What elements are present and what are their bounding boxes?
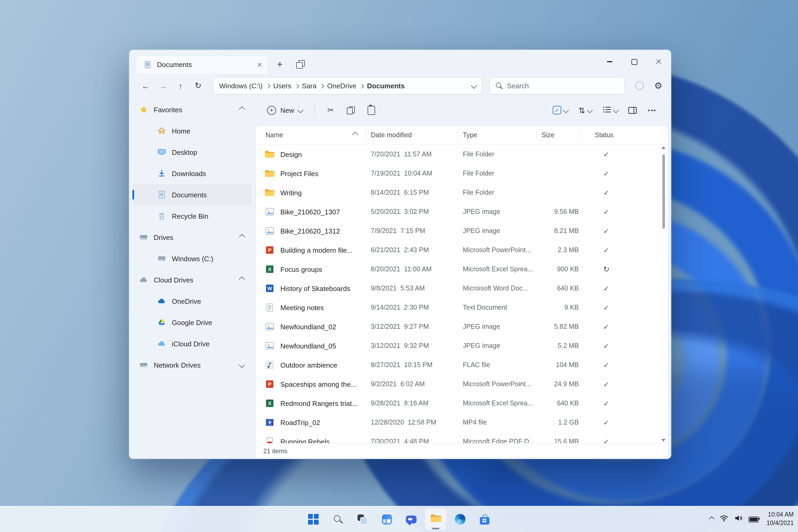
file-row-meeting-notes[interactable]: Meeting notes9/14/2021 2:30 PMText Docum… — [256, 298, 668, 317]
file-status: ✓ — [579, 399, 661, 407]
breadcrumb-item-onedrive[interactable]: OneDrive — [327, 82, 357, 90]
file-row-roadtrip-02[interactable]: RoadTrip_0212/28/2020 12:58 PMMP4 file1.… — [256, 413, 668, 432]
chevron-down-icon[interactable] — [239, 362, 244, 367]
taskbar-search-button[interactable] — [327, 509, 348, 530]
file-row-history-of-skateboards[interactable]: WHistory of Skateboards9/8/2021 5:53 AMM… — [256, 279, 668, 298]
scrollbar-thumb[interactable] — [662, 154, 665, 229]
sidebar-item-documents[interactable]: Documents — [132, 184, 252, 205]
sidebar-item-onedrive[interactable]: OneDrive — [132, 290, 252, 312]
sidebar-section-favorites[interactable]: Favorites — [132, 99, 252, 120]
home-icon — [157, 127, 167, 135]
chevron-up-icon[interactable] — [239, 107, 244, 112]
synced-check-icon: ✓ — [603, 208, 609, 216]
breadcrumb-item-documents[interactable]: Documents — [367, 82, 405, 90]
file-row-writing[interactable]: Writing8/14/2021 6:15 PMFile Folder✓ — [256, 183, 668, 202]
file-status: ✓ — [579, 361, 661, 369]
scrollbar[interactable] — [660, 146, 667, 441]
forward-button[interactable]: → — [155, 78, 171, 94]
file-row-spaceships-among-the[interactable]: PSpaceships among the...9/2/2021 6:02 AM… — [256, 375, 668, 394]
column-header-name[interactable]: Name — [264, 126, 365, 144]
refresh-button[interactable]: ↻ — [190, 78, 206, 94]
paste-icon[interactable] — [363, 101, 380, 119]
file-type: Microsoft Edge PDF D... — [457, 438, 536, 443]
cut-icon[interactable]: ✂ — [322, 101, 339, 119]
clock[interactable]: 10:04 AM 10/4/2021 — [766, 511, 794, 528]
scroll-up-icon[interactable] — [661, 146, 666, 149]
address-dropdown-icon[interactable] — [471, 83, 477, 88]
breadcrumb-item-sara[interactable]: Sara — [302, 82, 317, 90]
sync-progress-icon — [635, 81, 644, 90]
file-date-modified: 7/9/2021 7:15 PM — [365, 227, 457, 234]
file-row-newfoundland-02[interactable]: Newfoundland_023/12/2021 9:27 PMJPEG ima… — [256, 317, 668, 336]
file-row-newfoundland-05[interactable]: Newfoundland_053/12/2021 9:32 PMJPEG ima… — [256, 336, 668, 355]
sidebar-section-cloud-drives[interactable]: Cloud Drives — [132, 269, 252, 290]
file-row-redmond-rangers-triat[interactable]: XRedmond Rangers triat...9/28/2021 8:16 … — [256, 394, 668, 413]
volume-icon[interactable] — [734, 514, 743, 524]
chevron-up-icon[interactable] — [239, 277, 244, 283]
view-button[interactable] — [598, 101, 622, 119]
sidebar-item-label: Windows (C:) — [172, 254, 213, 263]
file-row-bike-210620-1307[interactable]: Bike_210620_13075/20/2021 3:02 PMJPEG im… — [256, 202, 668, 221]
edge-button[interactable] — [450, 509, 471, 530]
file-type: Text Document — [457, 304, 536, 311]
copy-icon[interactable] — [342, 101, 359, 119]
new-tab-button[interactable]: + — [272, 56, 288, 72]
preview-pane-button[interactable] — [624, 101, 641, 119]
column-header-type[interactable]: Type — [457, 126, 536, 144]
chat-button[interactable] — [401, 509, 422, 530]
file-row-running-rebels[interactable]: Running Rebels7/30/2021 4:48 PMMicrosoft… — [256, 432, 668, 443]
breadcrumb-separator-icon — [320, 84, 324, 88]
back-button[interactable]: ← — [138, 78, 153, 94]
start-button[interactable] — [303, 509, 324, 530]
up-button[interactable]: ↑ — [173, 78, 188, 94]
sidebar-item-icloud-drive[interactable]: iCloud Drive — [132, 333, 252, 354]
file-row-building-a-modern-file[interactable]: PBuilding a modern file...6/21/2021 2:43… — [256, 241, 668, 260]
select-button[interactable]: ✓ — [549, 101, 572, 119]
ppt-icon: P — [264, 380, 275, 388]
cloud-icon — [139, 276, 148, 284]
file-row-focus-groups[interactable]: XFocus groups8/20/2021 11:00 AMMicrosoft… — [256, 260, 668, 279]
close-button[interactable] — [646, 50, 671, 73]
new-button[interactable]: + New — [263, 102, 307, 118]
file-row-bike-210620-1312[interactable]: Bike_210620_13127/9/2021 7:15 PMJPEG ima… — [256, 221, 668, 241]
wifi-icon[interactable] — [720, 514, 728, 524]
sidebar-section-network-drives[interactable]: Network Drives — [132, 354, 252, 376]
sidebar-item-downloads[interactable]: Downloads — [132, 163, 252, 184]
tab-close-icon[interactable] — [256, 61, 263, 68]
file-name-cell: PBuilding a modern file... — [264, 246, 365, 254]
file-explorer-button[interactable] — [425, 509, 446, 530]
file-name-cell: Newfoundland_02 — [264, 322, 365, 331]
sidebar-item-home[interactable]: Home — [132, 120, 252, 141]
task-view-button[interactable] — [352, 509, 373, 530]
sidebar-item-recycle-bin[interactable]: Recycle Bin — [132, 205, 252, 227]
file-date-modified: 8/20/2021 11:00 AM — [365, 265, 457, 273]
sidebar-item-windows-c[interactable]: Windows (C:) — [132, 248, 252, 269]
column-header-size[interactable]: Size — [536, 126, 579, 144]
column-header-date-modified[interactable]: Date modified — [365, 126, 457, 144]
chevron-up-icon[interactable] — [239, 234, 244, 240]
sidebar-section-drives[interactable]: Drives — [132, 227, 252, 248]
folder-icon — [430, 513, 442, 525]
file-row-design[interactable]: Design7/20/2021 11:57 AMFile Folder✓ — [256, 145, 668, 164]
scroll-down-icon[interactable] — [661, 439, 666, 441]
tab-overview-icon[interactable] — [296, 60, 305, 69]
file-row-project-files[interactable]: Project Files7/19/2021 10:04 AMFile Fold… — [256, 164, 668, 183]
sidebar-item-desktop[interactable]: Desktop — [132, 141, 252, 163]
sort-button[interactable]: ⇅ — [574, 101, 596, 119]
sidebar-item-google-drive[interactable]: Google Drive — [132, 312, 252, 333]
store-button[interactable] — [474, 509, 495, 530]
file-name: Meeting notes — [280, 304, 324, 311]
tab-documents[interactable]: Documents — [136, 55, 269, 73]
minimize-button[interactable] — [597, 50, 622, 73]
maximize-button[interactable] — [622, 50, 646, 73]
gear-icon[interactable]: ⚙ — [654, 81, 663, 90]
see-more-button[interactable] — [643, 101, 660, 119]
battery-icon[interactable] — [748, 516, 759, 522]
search-input[interactable] — [507, 82, 619, 90]
tray-overflow-icon[interactable] — [709, 517, 715, 521]
breadcrumb-item-windows-c[interactable]: Windows (C:\) — [219, 82, 263, 90]
file-row-outdoor-ambience[interactable]: Outdoor ambience8/27/2021 10:15 PMFLAC f… — [256, 355, 668, 375]
column-header-status[interactable]: Status — [579, 126, 661, 144]
breadcrumb-item-users[interactable]: Users — [273, 82, 291, 90]
widgets-button[interactable] — [376, 509, 397, 530]
